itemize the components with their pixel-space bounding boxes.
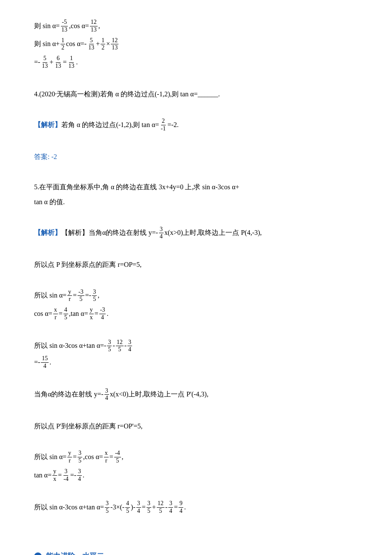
q5-r2-frac2: 4 5 xyxy=(125,500,130,515)
line2-frac3-num: 1 xyxy=(101,37,105,45)
q5-result2-line: 所以 sin α-3cos α+tan α= 3 5 -3× ( - 4 5 )… xyxy=(34,500,358,515)
q5-sina2-frac2: 3 5 xyxy=(78,450,82,465)
q5-tana-text: ,tan α= xyxy=(69,308,88,320)
q5-tana-frac1: y x xyxy=(89,306,94,321)
q5-jiexi-label: 【解析】 xyxy=(34,227,61,239)
answer-block: 答案: -2 xyxy=(34,151,358,163)
q5-sina-frac2-den: 5 xyxy=(78,296,83,303)
line3-frac3: 1 13 xyxy=(67,55,75,70)
q5-tana2-frac2: 3 -4 xyxy=(63,468,69,483)
q5-r2-eq2: = xyxy=(174,501,178,514)
q5-r2-final-period: . xyxy=(184,501,186,514)
q5-r1-text: 所以点 P 到坐标原点的距离 r=OP=5, xyxy=(34,259,358,271)
q5-r2-eq: = xyxy=(142,501,146,514)
answer-val: -2 xyxy=(51,153,57,160)
q5-cosa2-frac1: x r xyxy=(104,450,109,465)
q5-sina2-frac1: y r xyxy=(67,450,72,465)
q5-r2-minus4: - xyxy=(165,501,167,514)
section-icon: ● xyxy=(34,552,42,555)
q5-cosa2-frac1-den: r xyxy=(104,457,108,465)
q5-r1-frac3-den: 4 xyxy=(127,346,132,353)
q5-result2-text: 所以 sin α-3cos α+tan α= xyxy=(34,501,104,514)
line1-math: 则 sin α= -5 13 ,cos α= 12 13 , xyxy=(34,19,358,34)
q5-result2-block: 所以 sin α-3cos α+tan α= 3 5 -3× ( - 4 5 )… xyxy=(34,500,358,515)
line3-plus: + xyxy=(49,56,53,69)
q5-r1-frac2-num: 12 xyxy=(116,339,124,347)
q5-tana2-frac3-den: 4 xyxy=(77,476,82,483)
q5-cosa-frac2: 4 5 xyxy=(63,306,68,321)
section-arrow: » xyxy=(107,551,110,555)
q5-r2-frac5-den: 5 xyxy=(158,508,163,515)
line2-math: 则 sin α+ 1 2 cos α=- 5 13 + 1 2 × 12 13 xyxy=(34,37,358,52)
q5-sina2-line: 所以 sin α= y r = 3 5 ,cos α= x r = -4 5 , xyxy=(34,450,358,465)
line2-frac1-den: 2 xyxy=(61,44,65,52)
q5-cosa-line: cos α= x r = 4 5 ,tan α= y x = -3 4 . xyxy=(34,306,358,321)
line2-frac1-num: 1 xyxy=(61,37,65,45)
q5-sina2-frac1-den: r xyxy=(68,457,72,465)
q5-jiexi-text1: 【解析】当角α的终边在射线 y=- xyxy=(61,227,158,239)
q5-r2-block: 所以点 P'到坐标原点的距离 r=OP'=5, xyxy=(34,420,358,433)
q5-sina-frac3-num: 3 xyxy=(92,289,97,296)
line1-frac1-den: 13 xyxy=(61,26,68,34)
q5-sina2-text: 所以 sin α= xyxy=(34,451,66,463)
line3-eq2: = xyxy=(63,56,66,69)
q5-r2-frac7: 9 4 xyxy=(179,500,183,515)
q5-sina-frac2-num: -3 xyxy=(78,289,84,296)
section-title-block: ● 能力进阶—水平二 » xyxy=(34,550,358,555)
q4-text: 4.(2020·无锡高一检测)若角 α 的终边过点(-1,2),则 tan α=… xyxy=(34,88,358,101)
q5-frac-34-num: 3 xyxy=(159,226,164,234)
q5-sina2-block: 所以 sin α= y r = 3 5 ,cos α= x r = -4 5 , xyxy=(34,450,358,465)
line2-text1: 则 sin α+ xyxy=(34,38,60,50)
q5-case2-frac: 3 4 xyxy=(104,387,109,402)
q5-tana-frac2-num: -3 xyxy=(99,306,106,314)
q5-r2-frac5: 12 5 xyxy=(157,500,164,515)
line1-text1: 则 sin α= xyxy=(34,20,60,32)
q5-r2-frac3-num: 3 xyxy=(136,500,141,508)
q5-sina2-frac2-num: 3 xyxy=(78,450,82,457)
q5-sina-frac1: y r xyxy=(67,289,72,304)
line2-text2: cos α=- xyxy=(66,38,86,50)
q5-cosa-frac2-num: 4 xyxy=(63,306,68,314)
q5-tana-frac1-num: y xyxy=(89,306,94,314)
q5-tana-frac2-den: 4 xyxy=(100,314,105,321)
line3-frac2-den: 13 xyxy=(54,63,62,70)
q4-frac-den: -1 xyxy=(160,125,167,133)
q5-r1-frac1-den: 5 xyxy=(107,346,112,353)
q5-tana-period: . xyxy=(107,308,108,320)
q5-block: 5.在平面直角坐标系中,角 α 的终边在直线 3x+4y=0 上,求 sin α… xyxy=(34,181,358,208)
line2-block: 则 sin α+ 1 2 cos α=- 5 13 + 1 2 × 12 13 xyxy=(34,37,358,52)
q5-r2-frac1-den: 5 xyxy=(105,508,110,515)
q5-cosa2-frac2: -4 5 xyxy=(114,450,121,465)
q5-r2-frac4-num: 3 xyxy=(147,500,151,508)
q5-sina2-frac2-den: 5 xyxy=(78,457,82,465)
line1-frac1-num: -5 xyxy=(61,19,68,26)
line3-frac1: 5 13 xyxy=(41,55,49,70)
q5-r1-frac1-num: 3 xyxy=(107,339,112,347)
line1-comma: , xyxy=(98,20,100,32)
line2-x: × xyxy=(106,38,110,50)
answer-line: 答案: -2 xyxy=(34,151,358,163)
q5-r1-block: 所以点 P 到坐标原点的距离 r=OP=5, xyxy=(34,259,358,271)
q5-tana2-frac1: y x xyxy=(52,468,57,483)
line3-frac2-num: 6 xyxy=(56,55,61,63)
q5-r2-plus: + xyxy=(152,501,156,514)
q5-r2-frac6-den: 4 xyxy=(168,508,173,515)
line1-frac2-num: 12 xyxy=(90,19,98,26)
line2-frac3: 1 2 xyxy=(101,37,105,52)
q5-r1-frac3: 3 4 xyxy=(127,339,132,354)
q5-cosa2-frac2-num: -4 xyxy=(114,450,121,457)
line1-frac2: 12 13 xyxy=(90,19,98,34)
q5-r2-frac3: 3 4 xyxy=(136,500,141,515)
q5-r1-eq: =- xyxy=(34,356,40,369)
q5-r2-frac4-den: 5 xyxy=(147,508,151,515)
q5-result1-eq-line: =- 15 4 . xyxy=(34,355,358,370)
q5-case2-frac-den: 4 xyxy=(104,395,109,402)
q4-frac-num: 2 xyxy=(161,118,166,125)
q5-text2: tan α 的值. xyxy=(34,196,358,208)
q5-tana2-frac3: 3 4 xyxy=(77,468,82,483)
q5-sina2-frac1-num: y xyxy=(67,450,72,457)
q5-r1-minus2: - xyxy=(124,340,127,352)
q5-tana2-text: tan α= xyxy=(34,469,52,482)
q5-cosa-frac1-num: x xyxy=(53,306,58,314)
q5-tana2-frac1-den: x xyxy=(52,476,57,483)
